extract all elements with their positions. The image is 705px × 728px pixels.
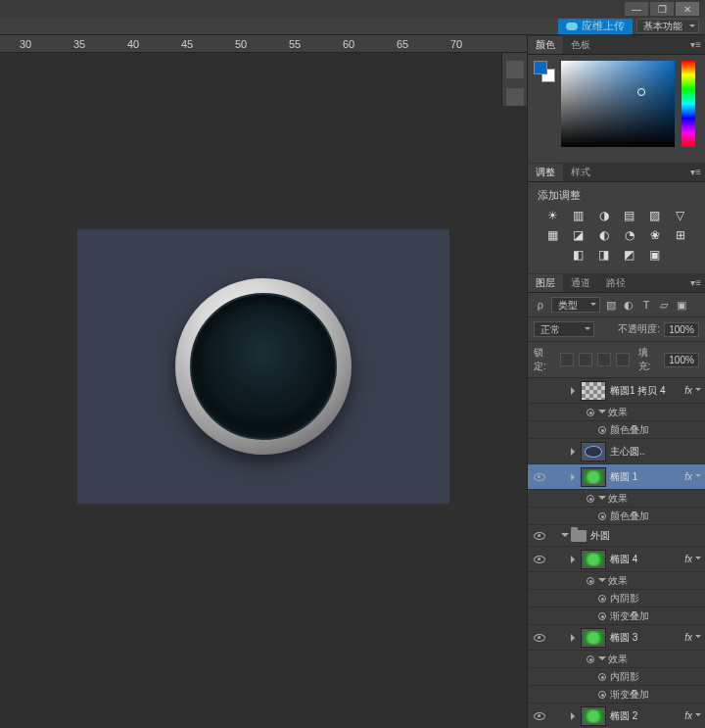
cloud-upload-button[interactable]: 应维上传 <box>558 19 633 34</box>
filter-shape-icon[interactable]: ▱ <box>657 298 671 312</box>
fx-item-row[interactable]: 内阴影 <box>528 668 705 686</box>
adjustment-icon[interactable]: ◨ <box>596 248 612 262</box>
fg-bg-swatch[interactable] <box>534 61 555 82</box>
layer-thumbnail[interactable] <box>581 381 606 401</box>
fx-item-label[interactable]: 颜色叠加 <box>610 423 649 437</box>
expand-toggle[interactable] <box>571 448 579 456</box>
layer-thumbnail[interactable] <box>581 442 606 461</box>
adjustment-icon[interactable]: ☀ <box>545 209 561 222</box>
layer-name[interactable]: 椭圆 3 <box>610 631 637 645</box>
layer-name[interactable]: 外圆 <box>590 529 610 543</box>
fx-visibility-icon[interactable] <box>598 426 606 434</box>
workspace-select[interactable]: 基本功能 <box>636 19 699 33</box>
visibility-toggle[interactable] <box>528 712 551 720</box>
fx-header-row[interactable]: 效果 <box>528 572 705 590</box>
expand-toggle[interactable] <box>598 496 606 504</box>
lock-position-icon[interactable] <box>597 353 611 366</box>
panel-menu-icon[interactable]: ▾≡ <box>690 277 701 288</box>
expand-toggle[interactable] <box>571 473 579 481</box>
adjustment-icon[interactable]: ▽ <box>673 209 688 222</box>
filter-adjust-icon[interactable]: ◐ <box>622 298 635 312</box>
layer-group-row[interactable]: 外圆 <box>528 525 705 547</box>
adjustment-icon[interactable]: ◐ <box>596 228 612 242</box>
fx-header-row[interactable]: 效果 <box>528 490 705 508</box>
fill-input[interactable]: 100% <box>664 353 699 367</box>
layer-name[interactable]: 主心圆.. <box>610 445 645 459</box>
dock-icon-2[interactable] <box>506 88 524 106</box>
canvas-viewport[interactable] <box>0 53 527 728</box>
adjustment-icon[interactable]: ▣ <box>647 248 663 262</box>
fx-badge[interactable]: fx <box>684 471 701 482</box>
fx-item-label[interactable]: 渐变叠加 <box>610 688 649 702</box>
expand-toggle[interactable] <box>598 578 606 586</box>
adjustment-icon[interactable]: ◩ <box>622 248 637 262</box>
visibility-toggle[interactable] <box>528 473 551 481</box>
fx-visibility-icon[interactable] <box>598 612 606 620</box>
adjustment-icon[interactable]: ▤ <box>622 209 637 222</box>
expand-toggle[interactable] <box>571 387 579 395</box>
fx-header-row[interactable]: 效果 <box>528 404 705 421</box>
tab-adjustments[interactable]: 调整 <box>528 164 563 181</box>
fx-item-row[interactable]: 内阴影 <box>528 590 705 607</box>
tab-swatches[interactable]: 色板 <box>563 36 598 54</box>
lock-all-icon[interactable] <box>616 353 630 366</box>
lock-transparency-icon[interactable] <box>560 353 574 366</box>
expand-toggle[interactable] <box>571 712 579 720</box>
opacity-input[interactable]: 100% <box>664 322 699 337</box>
layer-row[interactable]: 椭圆 1fx <box>528 464 705 490</box>
adjustment-icon[interactable]: ◑ <box>596 209 612 222</box>
expand-toggle[interactable] <box>598 410 606 417</box>
adjustment-icon[interactable]: ▥ <box>571 209 587 222</box>
fx-visibility-icon[interactable] <box>598 691 606 699</box>
lock-pixels-icon[interactable] <box>579 353 592 366</box>
layer-thumbnail[interactable] <box>581 467 606 487</box>
close-button[interactable]: ✕ <box>676 2 699 16</box>
color-picker-ring[interactable] <box>637 88 645 96</box>
tab-paths[interactable]: 路径 <box>598 274 634 292</box>
blend-mode-select[interactable]: 正常 <box>534 321 594 337</box>
fx-badge[interactable]: fx <box>684 632 701 643</box>
fx-badge[interactable]: fx <box>684 385 701 396</box>
layer-thumbnail[interactable] <box>581 628 606 648</box>
fx-visibility-icon[interactable] <box>598 595 606 603</box>
dock-icon-1[interactable] <box>506 61 524 78</box>
layer-thumbnail[interactable] <box>581 706 606 726</box>
visibility-toggle[interactable] <box>528 634 551 642</box>
layer-thumbnail[interactable] <box>581 550 606 569</box>
fx-badge[interactable]: fx <box>684 554 701 564</box>
fx-visibility-icon[interactable] <box>587 655 594 663</box>
fx-badge[interactable]: fx <box>684 710 701 721</box>
adjustment-icon[interactable]: ▦ <box>545 228 561 242</box>
fx-item-label[interactable]: 内阴影 <box>610 670 639 684</box>
fx-visibility-icon[interactable] <box>598 512 606 520</box>
layer-row[interactable]: 椭圆 3fx <box>528 625 705 651</box>
color-field[interactable] <box>561 61 675 147</box>
layer-row[interactable]: 椭圆1 拷贝 4fx <box>528 378 705 404</box>
layer-tree[interactable]: 椭圆1 拷贝 4fx效果颜色叠加主心圆..椭圆 1fx效果颜色叠加外圆椭圆 4f… <box>528 378 705 728</box>
foreground-swatch[interactable] <box>534 61 547 74</box>
panel-menu-icon[interactable]: ▾≡ <box>690 39 701 50</box>
fx-item-label[interactable]: 渐变叠加 <box>610 609 649 623</box>
tab-channels[interactable]: 通道 <box>563 274 598 292</box>
tab-layers[interactable]: 图层 <box>528 274 563 292</box>
expand-toggle[interactable] <box>561 533 569 541</box>
tab-color[interactable]: 颜色 <box>528 36 563 54</box>
filter-pixel-icon[interactable]: ▧ <box>604 298 618 312</box>
layer-name[interactable]: 椭圆 2 <box>610 709 637 723</box>
minimize-button[interactable]: — <box>625 2 648 16</box>
layer-name[interactable]: 椭圆 1 <box>610 470 637 484</box>
adjustment-icon[interactable]: ◪ <box>571 228 587 242</box>
expand-toggle[interactable] <box>598 656 606 664</box>
button-object-outer[interactable] <box>175 278 352 455</box>
fx-visibility-icon[interactable] <box>587 495 594 503</box>
filter-type-icon[interactable]: T <box>639 298 653 312</box>
layer-name[interactable]: 椭圆1 拷贝 4 <box>610 384 666 398</box>
fx-visibility-icon[interactable] <box>587 409 594 416</box>
visibility-toggle[interactable] <box>528 556 551 563</box>
hue-slider[interactable] <box>682 61 695 147</box>
fx-visibility-icon[interactable] <box>598 673 606 681</box>
fx-item-row[interactable]: 颜色叠加 <box>528 508 705 525</box>
fx-item-label[interactable]: 颜色叠加 <box>610 510 649 523</box>
expand-toggle[interactable] <box>571 556 579 563</box>
expand-toggle[interactable] <box>571 634 579 642</box>
